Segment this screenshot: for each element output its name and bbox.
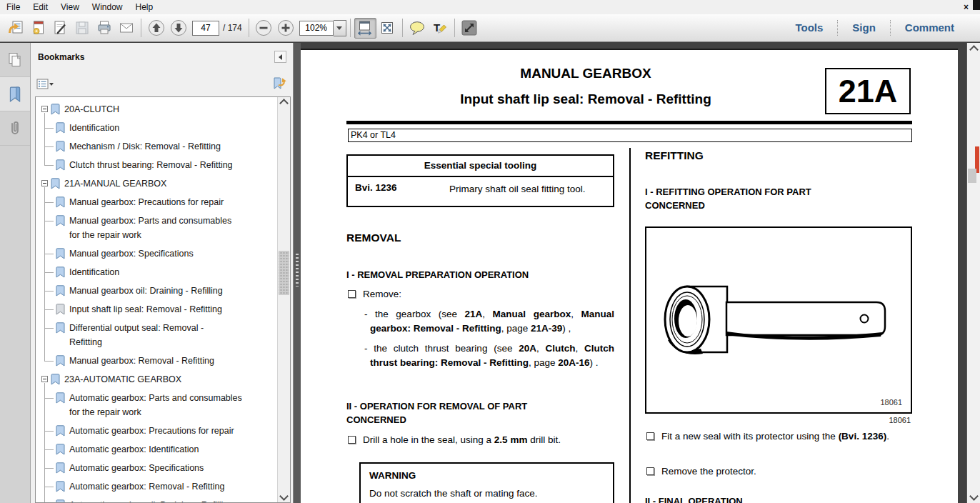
bookmark-label: Automatic gearbox: Removal - Refitting — [69, 479, 224, 494]
zoom-in-button[interactable] — [275, 18, 297, 39]
bookmark-item[interactable]: Automatic gearbox: Specifications — [39, 459, 278, 477]
scroll-up-icon[interactable] — [971, 46, 977, 53]
go-to-current-bookmark-button[interactable] — [272, 76, 286, 93]
email-button[interactable] — [115, 18, 137, 39]
close-window-icon[interactable]: × — [964, 2, 969, 12]
figure-caption: 18061 — [889, 416, 911, 424]
bookmark-item[interactable]: Manual gearbox: Parts and consumables fo… — [39, 211, 278, 244]
page-thumbnails-tab[interactable] — [0, 43, 30, 77]
bookmark-label: Manual gearbox: Precautions for repair — [69, 195, 224, 209]
zoom-level-input[interactable]: 102% — [299, 21, 334, 36]
sign-pane-button[interactable]: Sign — [837, 20, 890, 36]
bookmark-item[interactable]: Automatic gearbox: Removal - Refitting — [39, 477, 278, 496]
zoom-dropdown-button[interactable] — [334, 20, 346, 36]
create-pdf-button[interactable] — [26, 18, 49, 39]
warning-box: WARNING Do not scratch the shaft or mati… — [359, 462, 614, 503]
bookmark-item[interactable]: Manual gearbox: Precautions for repair — [39, 193, 278, 211]
bookmark-icon — [56, 248, 65, 259]
refitting-sub2-heading: II - FINAL OPERATION — [645, 494, 743, 503]
bookmark-item[interactable]: Differential output seal: Removal - Refi… — [39, 319, 278, 352]
print-icon — [96, 19, 113, 36]
comment-pane-button[interactable]: Comment — [890, 20, 969, 36]
toolbar-separator — [402, 19, 403, 37]
print-button[interactable] — [93, 18, 115, 39]
menu-bar: FileEditViewWindowHelp × — [0, 0, 980, 14]
splitter-grip[interactable] — [296, 254, 299, 287]
bookmark-label: Automatic gearbox: Specifications — [69, 461, 204, 475]
bookmark-item[interactable]: Identification — [39, 263, 278, 282]
left-column: Essential special tooling Bvi. 1236 Prim… — [346, 148, 614, 503]
menu-item-file[interactable]: File — [0, 0, 26, 14]
bookmark-item[interactable]: 21A-MANUAL GEARBOX — [39, 174, 278, 193]
scroll-down-icon[interactable] — [971, 493, 977, 499]
email-icon — [118, 19, 135, 36]
bookmark-item[interactable]: 20A-CLUTCH — [39, 100, 278, 119]
fit-width-icon — [356, 19, 374, 36]
toolbar-separator — [454, 19, 455, 37]
menu-item-help[interactable]: Help — [129, 0, 160, 14]
menu-item-view[interactable]: View — [54, 0, 86, 14]
save-icon — [74, 19, 91, 36]
collapse-panel-button[interactable] — [274, 51, 286, 63]
bookmark-item[interactable]: 23A-AUTOMATIC GEARBOX — [39, 370, 278, 389]
fit-page-button[interactable] — [376, 18, 399, 39]
right-column: REFITTING I - REFITTING OPERATION FOR PA… — [645, 148, 912, 503]
bookmark-collapse-toggle[interactable] — [41, 106, 48, 112]
bookmark-item[interactable]: Mechanism / Disk: Removal - Refitting — [39, 137, 278, 156]
bookmark-item[interactable]: Clutch thrust bearing: Removal - Refitti… — [39, 156, 278, 174]
sign-document-button[interactable] — [49, 18, 71, 39]
bookmark-item[interactable]: Manual gearbox: Removal - Refitting — [39, 352, 278, 370]
square-bullet-icon — [646, 432, 654, 440]
bookmark-collapse-toggle[interactable] — [41, 180, 48, 186]
bookmark-options-button[interactable] — [36, 79, 54, 90]
menu-item-edit[interactable]: Edit — [26, 0, 54, 14]
sign-document-icon — [51, 19, 69, 36]
menu-items: FileEditViewWindowHelp — [0, 0, 159, 14]
refitting-bullet-1: Fit a new seal with its protector using … — [645, 429, 912, 444]
tooling-table-row: Bvi. 1236 Primary shaft oil seal fitting… — [348, 177, 613, 206]
bookmark-item[interactable]: Manual gearbox: Specifications — [39, 244, 278, 263]
bookmark-item[interactable]: Input shaft lip seal: Removal - Refittin… — [39, 300, 278, 319]
document-scrollbar[interactable] — [966, 43, 980, 503]
page-title: MANUAL GEARBOX — [346, 66, 825, 81]
bookmark-collapse-toggle[interactable] — [41, 376, 48, 382]
page-header: MANUAL GEARBOX Input shaft lip seal: Rem… — [346, 66, 825, 107]
bookmarks-scrollbar[interactable] — [277, 97, 290, 502]
save-button[interactable] — [71, 18, 93, 39]
bookmark-icon — [51, 374, 60, 385]
bookmarks-tab[interactable] — [0, 77, 30, 111]
open-file-button[interactable] — [4, 18, 26, 39]
bookmarks-scrollbar-thumb[interactable] — [279, 251, 289, 295]
scroll-down-icon[interactable] — [281, 493, 287, 499]
bookmark-item[interactable]: Automatic gearbox: Identification — [39, 440, 278, 459]
bookmark-item[interactable]: Manual gearbox oil: Draining - Refilling — [39, 282, 278, 300]
main-toolbar: 47 / 174 102% T ToolsSignComment — [0, 14, 980, 42]
bookmark-label: Identification — [69, 265, 119, 279]
zoom-out-button[interactable] — [253, 18, 275, 39]
next-page-button[interactable] — [167, 18, 189, 39]
fullscreen-button[interactable] — [459, 18, 481, 39]
attachments-tab[interactable] — [0, 111, 30, 146]
variant-box: PK4 or TL4 — [348, 129, 912, 142]
document-scrollbar-thumb[interactable] — [968, 169, 976, 183]
panel-splitter[interactable] — [293, 43, 301, 503]
previous-page-button[interactable] — [145, 18, 167, 39]
figure-code: 18061 — [880, 398, 902, 407]
bookmark-item[interactable]: Automatic gearbox: Parts and consumables… — [39, 389, 278, 422]
add-comment-button[interactable] — [406, 18, 429, 39]
bookmark-icon — [56, 196, 65, 208]
page-number-input[interactable]: 47 — [192, 21, 219, 36]
removal-heading: REMOVAL — [346, 231, 401, 244]
bookmark-item[interactable]: Automatic gearbox oil: Draining - Refill… — [39, 496, 278, 503]
bookmark-item[interactable]: Automatic gearbox: Precautions for repai… — [39, 422, 278, 440]
bookmark-icon — [51, 178, 60, 189]
bookmark-label: Manual gearbox: Specifications — [69, 246, 194, 261]
scroll-up-icon[interactable] — [281, 100, 287, 106]
highlight-text-button[interactable]: T — [429, 18, 451, 39]
bookmark-icon — [56, 322, 65, 334]
bookmark-icon — [56, 444, 65, 455]
tools-pane-button[interactable]: Tools — [781, 20, 837, 36]
menu-item-window[interactable]: Window — [86, 0, 129, 14]
bookmark-item[interactable]: Identification — [39, 119, 278, 137]
fit-width-button[interactable] — [354, 18, 376, 39]
